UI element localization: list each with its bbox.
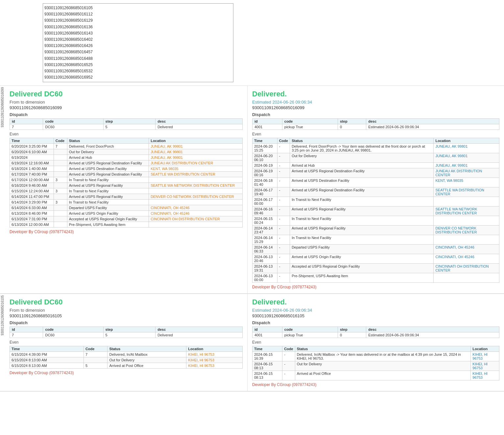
location-value: DENVER CO NETWORK DISTRIBUTION CENTER <box>435 226 477 234</box>
table-row: 6/19/2024 12:16:00 AMArrived at USPS Reg… <box>10 160 243 166</box>
panel-title: Delivered DC60 <box>10 298 243 306</box>
location-value: CINCINNATI, OH 45246 <box>435 255 474 259</box>
location-value: JUNEAU, AK 99801 <box>151 144 183 148</box>
table-row: 6/14/2024 3:29:00 PM3In Transit to Next … <box>10 200 243 205</box>
side-tracking-label: 9300110912608685016105 <box>0 294 5 337</box>
location-value: JUNEAU, AK 99801 <box>435 144 468 148</box>
table-row: 2024-06-13 00:00-Pre-Shipment, USPS Awai… <box>252 273 499 283</box>
panel-estimated: Estimated 2024-06-26 09:06:34 <box>252 308 499 313</box>
dispatch-label: Dispatch <box>10 320 243 325</box>
even-label: Even <box>10 132 243 136</box>
table-row: 6/18/2024 1:40:00 AMArrived at USPS Dest… <box>10 166 243 172</box>
location-value: JUNEAU, AK 99801 <box>151 150 183 154</box>
table-row: 2024-06-17 19:40-Arrived at USPS Regiona… <box>252 187 499 197</box>
location-value: KIHEI, HI 96753 <box>188 358 214 362</box>
table-row: 6/20/2024 6:10:00 AMOut for DeliveryJUNE… <box>10 149 243 155</box>
table-row: 6/15/2024 8:13:00 AMOut for DeliveryKIHE… <box>10 357 243 363</box>
table-row: 2024-06-13 19:31-Accepted at USPS Region… <box>252 264 499 273</box>
developer-credit: Developer By CGroup (0978774243) <box>252 285 499 289</box>
table-row: 2024-06-17 00:00-In Transit to Next Faci… <box>252 197 499 206</box>
location-value: SEATTLE WA DISTRIBUTION CENTER <box>151 172 215 176</box>
table-row: 2024-06-15 00:24-In Transit to Next Faci… <box>252 216 499 226</box>
table-row: 2024-06-16 09:46-Arrived at USPS Regiona… <box>252 206 499 216</box>
location-value: SEATTLE WA NETWORK DISTRIBUTION CENTER <box>151 183 235 187</box>
location-value: DENVER CO NETWORK DISTRIBUTION CENTER <box>151 195 234 199</box>
location-value: CINCINNATI OH DISTRIBUTION CENTER <box>151 217 220 221</box>
dispatch-label: Dispatch <box>252 112 499 117</box>
tracking-list-textarea[interactable]: 9300110912608685016105 93001109126086850… <box>43 3 233 82</box>
location-value: JUNEAU, AK 99801 <box>151 156 183 159</box>
table-row: 2024-06-14 23:47-Arrived at USPS Regiona… <box>252 226 499 235</box>
location-value: KIHEI, HI 96753 <box>188 352 214 356</box>
dispatch-label: Dispatch <box>252 320 499 325</box>
table-row: 6/14/2024 11:47:00 PMArrived at USPS Reg… <box>10 194 243 200</box>
developer-credit: Developer By CGroup (0978774243) <box>252 382 499 387</box>
panel-subtitle: From to dimension <box>10 308 243 313</box>
developer-credit: Developer By CGroup (0978774243) <box>10 371 243 375</box>
table-row: 2024-06-13 20:46-Arrived at USPS Origin … <box>252 254 499 264</box>
table-row: 2024-06-14 15:29-In Transit to Next Faci… <box>252 235 499 245</box>
location-value: KIHEI, HI 96753 <box>472 372 488 379</box>
left-panel: Delivered DC60From to dimension930011091… <box>5 294 247 379</box>
even-label: Even <box>252 132 499 136</box>
location-value: KENT, WA 98035 <box>151 167 179 171</box>
location-value: CINCINNATI, OH 45246 <box>435 245 474 249</box>
table-row: 6/13/2024 7:31:00 PMAccepted at USPS Reg… <box>10 216 243 222</box>
location-value: CINCINNATI OH DISTRIBUTION CENTER <box>435 264 489 272</box>
results-container: 9300110912608685016099Delivered DC60From… <box>0 86 504 392</box>
table-row: 2024-06-19 00:16-Arrived at USPS Regiona… <box>252 168 499 178</box>
table-row: 6/19/2024Arrived at HubJUNEAU, AK 99801 <box>10 155 243 160</box>
table-row: 6/15/2024 8:13:00 AM5Arrived at Post Off… <box>10 363 243 369</box>
tracking-list-label <box>7 3 39 5</box>
table-row: 6/13/2024 8:46:00 PMArrived at USPS Orig… <box>10 211 243 216</box>
panel-title: Delivered DC60 <box>10 90 243 98</box>
panel-estimated: Estimated 2024-06-26 09:06:34 <box>252 100 499 105</box>
location-value: KIHEI, HI 96753 <box>472 352 488 360</box>
table-row: 6/15/2024 4:39:00 PM7Delivered, In/At Ma… <box>10 352 243 357</box>
panel-title: Delivered. <box>252 90 499 98</box>
panel-tracking-num: 9300110912608685016099 <box>10 105 243 110</box>
table-row: 2024-06-15 08:13-Arrived at Post OfficeK… <box>252 371 499 380</box>
location-value: JUNEAU AK DISTRIBUTION CENTER <box>151 161 213 165</box>
side-tracking-label: 9300110912608685016099 <box>0 86 5 129</box>
location-value: JUNEAU AK DISTRIBUTION CENTER <box>435 169 482 177</box>
table-row: 2024-06-15 08:13-Out for DeliveryKIHEI, … <box>252 361 499 371</box>
location-value: SEATTLE WA NETWORK DISTRIBUTION CENTER <box>435 207 477 215</box>
location-value: CINCINNATI, OH 45246 <box>151 206 189 210</box>
even-label: Even <box>10 340 243 345</box>
table-row: 2024-06-20 06:10-Out for DeliveryJUNEAU,… <box>252 153 499 163</box>
location-value: SEATTLE WA DISTRIBUTION CENTER <box>435 188 484 196</box>
location-value: KIHEI, HI 96753 <box>188 364 214 368</box>
table-row: 2024-06-14 06:33-Departed USPS FacilityC… <box>252 245 499 254</box>
table-row: 6/15/2024 12:24:00 AM3In Transit to Next… <box>10 188 243 194</box>
panel-subtitle: From to dimension <box>10 100 243 105</box>
panel-tracking-num: 9300110912608685016105 <box>252 313 499 318</box>
tracking-list-section: 9300110912608685016105 93001109126086850… <box>0 0 504 86</box>
even-label: Even <box>252 340 499 345</box>
panel-tracking-num: 9300110912608685016105 <box>10 313 243 318</box>
location-value: JUNEAU, AK 99801 <box>435 154 468 158</box>
developer-credit: Developer By CGroup (0978774243) <box>10 230 243 234</box>
table-row: 2024-06-18 01:40-Arrived at USPS Destina… <box>252 178 499 187</box>
location-value: KIHEI, HI 96753 <box>472 362 488 370</box>
table-row: 6/13/2024 12:00:00 AMPre-Shipment, USPS … <box>10 222 243 228</box>
result-row: 9300110912608685016099Delivered DC60From… <box>0 86 504 294</box>
table-row: 6/16/2024 9:46:00 AMArrived at USPS Regi… <box>10 183 243 188</box>
location-value: CINCINNATI, OH 45246 <box>151 211 189 215</box>
result-row: 9300110912608685016105Delivered DC60From… <box>0 294 504 392</box>
right-panel: Delivered.Estimated 2024-06-26 09:06:349… <box>248 86 504 293</box>
table-row: 6/14/2024 6:33:00 AMDeparted USPS Facili… <box>10 205 243 211</box>
table-row: 6/17/2024 7:40:00 PMArrived at USPS Regi… <box>10 172 243 177</box>
table-row: 2024-06-15 16:39-Delivered, In/At Mailbo… <box>252 352 499 361</box>
table-row: 6/20/2024 3:25:00 PM7Delivered, Front Do… <box>10 144 243 149</box>
panel-title: Delivered. <box>252 298 499 306</box>
table-row: 2024-06-20 15:25-Delivered, Front Door/P… <box>252 144 499 153</box>
left-panel: Delivered DC60From to dimension930011091… <box>5 86 247 238</box>
table-row: 6/17/2024 12:00:00 AM3In Transit to Next… <box>10 177 243 183</box>
location-value: JUNEAU, AK 99801 <box>435 163 468 167</box>
dispatch-label: Dispatch <box>10 112 243 117</box>
right-panel: Delivered.Estimated 2024-06-26 09:06:349… <box>248 294 504 391</box>
table-row: 2024-06-19-Arrived at HubJUNEAU, AK 9980… <box>252 163 499 168</box>
location-value: KENT, WA 98035 <box>435 179 463 182</box>
panel-tracking-num: 9300110912608685016099 <box>252 105 499 110</box>
